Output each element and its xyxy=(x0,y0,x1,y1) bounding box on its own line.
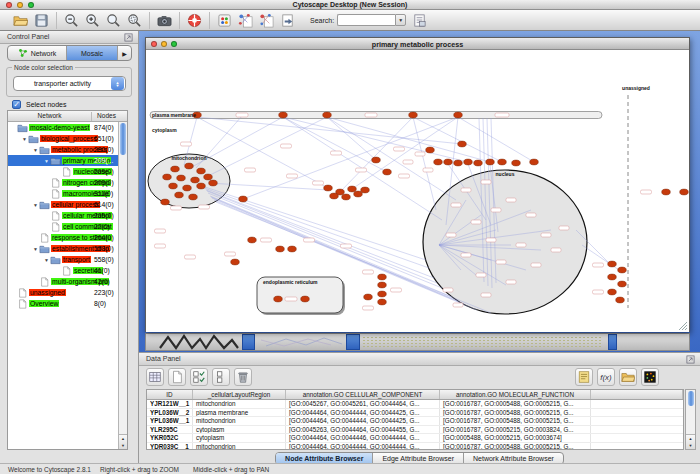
network-node[interactable] xyxy=(378,274,387,280)
tree-scrollbar-thumb[interactable] xyxy=(120,123,126,155)
network-node[interactable] xyxy=(378,282,387,288)
network-node[interactable] xyxy=(279,112,288,118)
unselect-attributes-button[interactable] xyxy=(212,368,230,386)
network-node[interactable] xyxy=(474,160,483,166)
search-input[interactable] xyxy=(337,14,395,26)
network-node[interactable] xyxy=(498,159,507,165)
network-node[interactable] xyxy=(276,246,285,252)
matrix-button[interactable] xyxy=(641,368,659,386)
network-node[interactable] xyxy=(512,160,521,166)
network-edge[interactable] xyxy=(204,188,429,268)
network-edge[interactable] xyxy=(340,117,413,192)
tab-network[interactable]: Network xyxy=(8,46,67,60)
tree-row[interactable]: ▼cellular process614(0) xyxy=(8,199,118,210)
select-nodes-checkbox[interactable]: ✓ xyxy=(12,100,21,109)
tree-row[interactable]: ▼establishment of lo558(0) xyxy=(8,243,118,254)
network-node[interactable] xyxy=(662,189,671,195)
network-node[interactable] xyxy=(486,159,495,165)
network-overlay-1-icon[interactable] xyxy=(238,13,253,28)
network-node[interactable] xyxy=(324,185,333,191)
table-column-header[interactable]: ID xyxy=(147,390,193,399)
tree-scrollbar-arrows[interactable]: ▲▼ xyxy=(119,434,127,449)
table-row[interactable]: YPL036W__1mitochondrion[GO:0044464, GO:0… xyxy=(147,417,683,426)
network-node[interactable] xyxy=(454,160,463,166)
network-node[interactable] xyxy=(323,112,332,118)
network-node[interactable] xyxy=(378,299,387,305)
tree-row[interactable]: ▼primary metabo209(... xyxy=(8,155,118,166)
network-node[interactable] xyxy=(618,281,627,287)
tree-row[interactable]: Overview8(0) xyxy=(8,298,118,309)
network-node[interactable] xyxy=(409,112,418,118)
tree-row[interactable]: mosaic-demo-yeast874(0) xyxy=(8,122,118,133)
network-node[interactable] xyxy=(361,187,370,193)
tab-mosaic[interactable]: Mosaic xyxy=(67,46,118,60)
network-edge[interactable] xyxy=(202,186,426,260)
network-overlay-2-icon[interactable] xyxy=(259,13,274,28)
float-panel-icon[interactable] xyxy=(686,355,695,364)
network-edge[interactable] xyxy=(413,117,436,210)
annotation-tool-icon[interactable] xyxy=(412,13,427,28)
network-node[interactable] xyxy=(161,199,170,205)
network-node[interactable] xyxy=(171,166,180,172)
tree-row[interactable]: macromolecule311(0) xyxy=(8,188,118,199)
network-node[interactable] xyxy=(204,174,213,180)
table-column-header[interactable]: annotation.GO MOLECULAR_FUNCTION xyxy=(440,390,591,399)
network-node[interactable] xyxy=(197,183,206,189)
network-node[interactable] xyxy=(163,174,172,180)
network-node[interactable] xyxy=(364,294,373,300)
attribute-grid-button[interactable] xyxy=(146,368,164,386)
tree-row[interactable]: ▼transport558(0) xyxy=(8,254,118,265)
network-edge[interactable] xyxy=(206,190,434,278)
network-node[interactable] xyxy=(209,180,218,186)
tree-row[interactable]: cell communicat22(0) xyxy=(8,221,118,232)
table-row[interactable]: YKR052Ccytoplasm[GO:0044464, GO:0044446,… xyxy=(147,434,683,443)
network-node[interactable] xyxy=(383,169,392,175)
select-nodes-option[interactable]: ✓ Select nodes xyxy=(12,100,66,109)
network-node[interactable] xyxy=(175,192,184,198)
table-row[interactable]: YJR121W__1mitochondrion[GO:0045267, GO:0… xyxy=(147,400,683,409)
network-node[interactable] xyxy=(458,141,467,147)
zoom-fit-icon[interactable] xyxy=(106,13,121,28)
tree-row[interactable]: nitrogen compo209(0) xyxy=(8,177,118,188)
network-node[interactable] xyxy=(248,237,257,243)
tree-row[interactable]: unassigned223(0) xyxy=(8,287,118,298)
save-icon[interactable] xyxy=(34,13,49,28)
tree-column-network[interactable]: Network xyxy=(8,112,92,121)
network-node[interactable] xyxy=(183,185,192,191)
network-node[interactable] xyxy=(185,163,194,169)
tree-column-nodes[interactable]: Nodes xyxy=(93,112,120,119)
network-window-titlebar[interactable]: primary metabolic process xyxy=(146,38,689,50)
tree-scrollbar[interactable]: ▲▼ xyxy=(118,122,127,449)
open-folder-icon[interactable] xyxy=(13,13,28,28)
tree-row[interactable]: cellular metabol209(0) xyxy=(8,210,118,221)
tree-row[interactable]: secretion41(0) xyxy=(8,265,118,276)
network-node[interactable] xyxy=(464,159,473,165)
network-node[interactable] xyxy=(288,246,297,252)
network-node[interactable] xyxy=(372,157,381,163)
network-node[interactable] xyxy=(301,296,310,302)
new-document-button[interactable] xyxy=(168,368,186,386)
table-row[interactable]: YLR295Ccytoplasm[GO:0045263, GO:0044464,… xyxy=(147,426,683,435)
tree-row[interactable]: ▼biological_process651(0) xyxy=(8,133,118,144)
network-node[interactable] xyxy=(378,291,387,297)
network-node[interactable] xyxy=(434,159,443,165)
search-dropdown-button[interactable]: ▼ xyxy=(395,14,406,26)
network-node[interactable] xyxy=(454,112,463,118)
window-resize-grip[interactable] xyxy=(679,322,687,330)
node-color-dropdown[interactable]: transporter activity ▲▼ xyxy=(13,76,126,91)
network-node[interactable] xyxy=(680,189,689,195)
tree-row[interactable]: nucleobase-209(0) xyxy=(8,166,118,177)
table-row[interactable]: YPL036W__2plasma membrane[GO:0044464, GO… xyxy=(147,409,683,418)
life-ring-icon[interactable] xyxy=(187,13,202,28)
network-node[interactable] xyxy=(608,274,617,280)
network-node[interactable] xyxy=(342,194,351,200)
table-scrollbar[interactable]: ▲▼ xyxy=(685,389,696,450)
network-node[interactable] xyxy=(231,259,240,265)
camera-icon[interactable] xyxy=(157,13,172,28)
network-node[interactable] xyxy=(177,175,186,181)
network-edge[interactable] xyxy=(207,191,437,283)
network-node[interactable] xyxy=(616,297,625,303)
background-windows[interactable] xyxy=(145,333,690,351)
table-scrollbar-thumb[interactable] xyxy=(688,391,694,406)
network-node[interactable] xyxy=(608,289,617,295)
